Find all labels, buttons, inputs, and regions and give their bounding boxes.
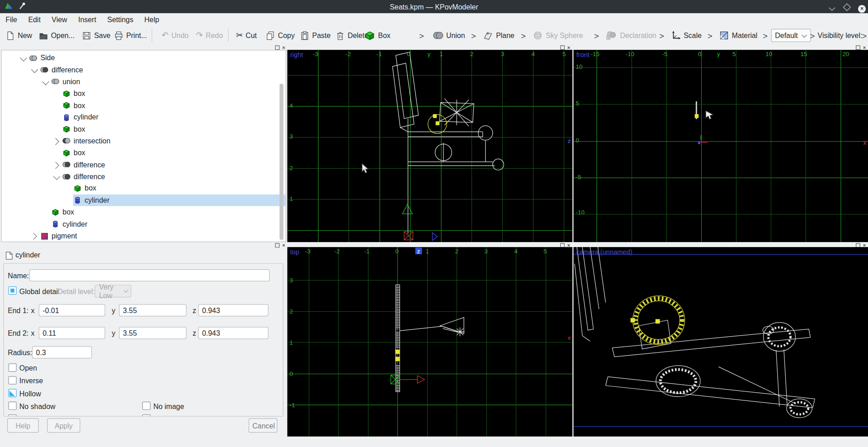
menu-file[interactable]: File bbox=[0, 13, 23, 26]
menu-settings[interactable]: Settings bbox=[102, 13, 139, 26]
close-button[interactable]: × bbox=[857, 3, 867, 12]
float-dock-icon[interactable] bbox=[856, 45, 860, 50]
tree-item-box[interactable]: box bbox=[2, 123, 286, 135]
maximize-button[interactable] bbox=[842, 2, 852, 11]
insert-sky-sphere-button[interactable]: Sky Sphere bbox=[533, 28, 583, 43]
viewport-front[interactable]: front-15-10-50y51015201050-5-10x bbox=[574, 50, 868, 242]
cut-button[interactable]: ✂ Cut bbox=[236, 28, 257, 43]
tree-item-difference[interactable]: difference bbox=[2, 171, 286, 182]
viewport-top[interactable]: top-3-2-10z123453210-1x bbox=[288, 247, 573, 437]
end2-x-input[interactable] bbox=[39, 327, 105, 339]
insert-position-chevron[interactable]: > bbox=[521, 28, 526, 43]
insert-position-chevron[interactable]: > bbox=[594, 28, 599, 43]
expand-expander-icon[interactable] bbox=[52, 162, 59, 169]
end1-y-input[interactable] bbox=[119, 304, 186, 316]
tree-item-label: difference bbox=[74, 161, 105, 169]
menu-view[interactable]: View bbox=[46, 13, 73, 26]
default-view-combobox[interactable]: Default bbox=[771, 29, 811, 42]
insert-union-button[interactable]: Union bbox=[432, 28, 465, 43]
insert-position-chevron[interactable]: > bbox=[659, 28, 664, 43]
inverse-checkbox[interactable] bbox=[8, 376, 16, 384]
tree-scrollbar[interactable] bbox=[279, 84, 283, 240]
insert-position-chevron[interactable]: > bbox=[810, 28, 815, 43]
expand-expander-icon[interactable] bbox=[30, 233, 37, 240]
tree-item-intersection[interactable]: intersection bbox=[2, 135, 286, 147]
tree-item-difference[interactable]: difference bbox=[2, 159, 286, 171]
close-dock-icon[interactable]: × bbox=[282, 45, 285, 50]
close-dock-icon[interactable]: × bbox=[567, 45, 570, 50]
tree-item-cylinder[interactable]: cylinder bbox=[2, 194, 286, 206]
tree-item-difference[interactable]: difference bbox=[2, 64, 286, 76]
cancel-button[interactable]: Cancel bbox=[249, 418, 278, 433]
cylinder-icon bbox=[51, 219, 60, 228]
insert-position-chevron[interactable]: > bbox=[763, 28, 768, 43]
close-dock-icon[interactable]: × bbox=[863, 45, 866, 50]
open-button[interactable]: Open... bbox=[39, 28, 75, 43]
insert-plane-button[interactable]: Plane bbox=[483, 28, 514, 43]
apply-button[interactable]: Apply bbox=[47, 418, 80, 433]
clipped-checkbox[interactable] bbox=[8, 414, 16, 417]
menu-insert[interactable]: Insert bbox=[73, 13, 102, 26]
viewport-right[interactable]: right-3-2-10y123454321z bbox=[288, 50, 573, 242]
hollow-checkbox[interactable] bbox=[8, 389, 16, 397]
global-detail-checkbox[interactable] bbox=[8, 286, 16, 295]
tree-item-pigment[interactable]: pigment bbox=[2, 230, 286, 242]
tree-item-box[interactable]: box bbox=[2, 88, 286, 100]
title-bar[interactable]: Seats.kpm — KPovModeler × bbox=[0, 0, 868, 13]
viewport-camera[interactable]: camera (unnamed) bbox=[574, 247, 868, 437]
float-dock-icon[interactable] bbox=[560, 45, 565, 50]
save-button[interactable]: Save bbox=[82, 28, 110, 43]
ruler-tick: 2 bbox=[289, 165, 293, 171]
undo-button[interactable]: ↶ Undo bbox=[162, 28, 189, 43]
insert-material-button[interactable]: Material bbox=[719, 28, 758, 43]
tree-item-box[interactable]: box bbox=[2, 206, 286, 218]
expand-expander-icon[interactable] bbox=[52, 138, 59, 145]
tree-item-union[interactable]: union bbox=[2, 76, 286, 87]
end2-z-input[interactable] bbox=[198, 327, 269, 339]
insert-position-chevron[interactable]: > bbox=[862, 28, 867, 43]
name-label: Name: bbox=[8, 271, 29, 280]
copy-button[interactable]: Copy bbox=[266, 28, 295, 43]
clipped-checkbox[interactable] bbox=[142, 414, 151, 417]
no-shadow-checkbox[interactable] bbox=[8, 402, 16, 410]
menu-help[interactable]: Help bbox=[139, 13, 165, 26]
detail-level-combobox[interactable]: Very Low bbox=[94, 285, 131, 297]
tree-item-Side[interactable]: Side bbox=[2, 52, 286, 64]
tree-item-box[interactable]: box bbox=[2, 182, 286, 194]
redo-button[interactable]: ↷ Redo bbox=[196, 28, 223, 43]
menu-edit[interactable]: Edit bbox=[23, 13, 46, 26]
name-input[interactable] bbox=[29, 269, 269, 281]
collapse-expander-icon[interactable] bbox=[42, 78, 49, 86]
tree-item-cylinder[interactable]: cylinder bbox=[2, 218, 286, 230]
minimize-button[interactable] bbox=[827, 2, 837, 11]
radius-input[interactable] bbox=[32, 346, 92, 358]
tree-item-box[interactable]: box bbox=[2, 147, 286, 159]
close-dock-icon[interactable]: × bbox=[282, 243, 285, 247]
paste-button[interactable]: Paste bbox=[300, 28, 331, 43]
insert-position-chevron[interactable]: > bbox=[708, 28, 712, 43]
insert-position-chevron[interactable]: > bbox=[419, 28, 424, 43]
float-dock-icon[interactable] bbox=[275, 45, 279, 50]
tree-item-box[interactable]: box bbox=[2, 100, 286, 111]
insert-scale-button[interactable]: Scale bbox=[671, 28, 702, 43]
delete-button[interactable]: Delete bbox=[335, 28, 368, 43]
ruler-tick: 5 bbox=[732, 50, 736, 57]
insert-box-button[interactable]: Box bbox=[364, 28, 391, 43]
end1-x-input[interactable] bbox=[39, 304, 105, 316]
tree-item-cylinder[interactable]: cylinder bbox=[2, 111, 286, 123]
new-button[interactable]: New bbox=[5, 28, 32, 43]
collapse-expander-icon[interactable] bbox=[31, 66, 38, 73]
end1-z-input[interactable] bbox=[198, 304, 269, 316]
open-checkbox[interactable] bbox=[8, 363, 16, 371]
end2-y-input[interactable] bbox=[119, 327, 186, 339]
collapse-expander-icon[interactable] bbox=[53, 173, 61, 180]
insert-position-chevron[interactable]: > bbox=[471, 28, 476, 43]
union-icon bbox=[51, 77, 60, 86]
ruler-tick: 2 bbox=[289, 308, 293, 315]
insert-declaration-button[interactable]: Declaration bbox=[606, 28, 656, 43]
float-dock-icon[interactable] bbox=[275, 243, 279, 247]
no-image-checkbox[interactable] bbox=[142, 402, 151, 410]
print-button[interactable]: Print... bbox=[114, 28, 147, 43]
help-button[interactable]: Help bbox=[7, 418, 39, 433]
collapse-expander-icon[interactable] bbox=[20, 54, 27, 62]
